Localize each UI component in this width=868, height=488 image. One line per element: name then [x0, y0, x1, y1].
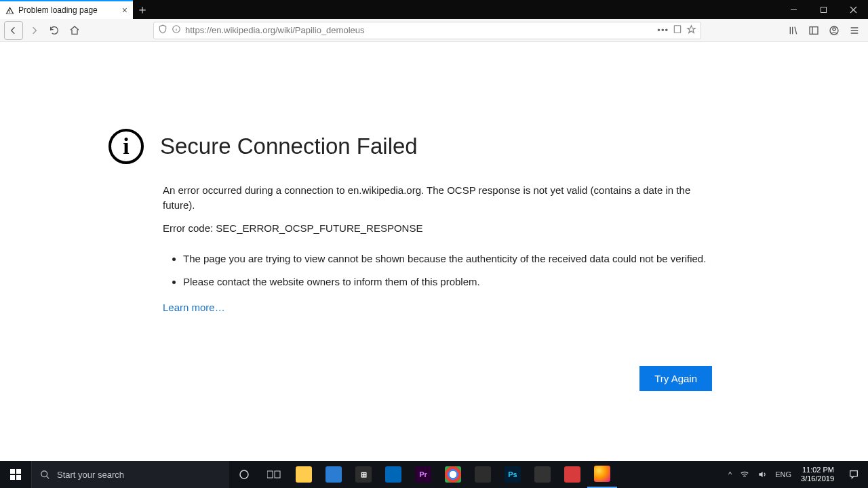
- tray-network-icon[interactable]: [736, 470, 753, 479]
- taskbar-app-mail[interactable]: [378, 461, 408, 488]
- url-text: https://en.wikipedia.org/wiki/Papilio_de…: [185, 25, 653, 35]
- error-bullet: The page you are trying to view cannot b…: [183, 251, 712, 266]
- svg-rect-9: [16, 475, 21, 480]
- svg-point-10: [41, 470, 47, 476]
- home-button[interactable]: [65, 21, 84, 40]
- svg-rect-6: [10, 469, 15, 474]
- svg-rect-3: [810, 26, 818, 34]
- warning-icon: [5, 6, 14, 15]
- error-code: Error code: SEC_ERROR_OCSP_FUTURE_RESPON…: [163, 221, 712, 236]
- error-bullet: Please contact the website owners to inf…: [183, 274, 712, 289]
- window-minimize-button[interactable]: [778, 0, 808, 19]
- taskbar-app-moviemaker[interactable]: [528, 461, 557, 488]
- taskbar-app-chrome[interactable]: [438, 461, 468, 488]
- url-bar[interactable]: https://en.wikipedia.org/wiki/Papilio_de…: [153, 22, 701, 39]
- windows-taskbar: Start your search ⊞ Pr Ps ^ ENG 11:02 PM…: [0, 461, 868, 488]
- taskbar-app-photoshop[interactable]: Ps: [498, 461, 528, 488]
- search-icon: [40, 470, 50, 480]
- svg-rect-2: [674, 26, 680, 33]
- taskbar-app-calendar[interactable]: [557, 461, 587, 488]
- error-description: An error occurred during a connection to…: [163, 183, 712, 213]
- tray-time: 11:02 PM: [801, 466, 834, 474]
- tray-date: 3/16/2019: [801, 474, 834, 483]
- task-view-icon[interactable]: [259, 461, 289, 488]
- action-center-icon[interactable]: [840, 469, 868, 480]
- tray-volume-icon[interactable]: [753, 470, 771, 479]
- taskbar-search[interactable]: Start your search: [31, 461, 229, 488]
- svg-point-11: [240, 470, 248, 479]
- tab-title: Problem loading page: [18, 5, 98, 15]
- window-maximize-button[interactable]: [808, 0, 838, 19]
- tray-clock[interactable]: 11:02 PM 3/16/2019: [795, 466, 840, 483]
- info-icon: i: [108, 129, 144, 164]
- svg-rect-0: [821, 7, 826, 12]
- taskbar-app-edge[interactable]: [319, 461, 349, 488]
- svg-rect-13: [275, 471, 280, 478]
- learn-more-link[interactable]: Learn more…: [163, 302, 225, 313]
- try-again-button[interactable]: Try Again: [639, 366, 712, 391]
- start-button[interactable]: [0, 461, 31, 488]
- tracking-shield-icon[interactable]: [158, 24, 167, 36]
- reload-button[interactable]: [45, 21, 64, 40]
- site-info-icon[interactable]: [172, 24, 181, 36]
- library-icon[interactable]: [784, 21, 803, 40]
- window-close-button[interactable]: [838, 0, 868, 19]
- taskbar-app-explorer[interactable]: [289, 461, 319, 488]
- taskbar-app-vlc[interactable]: [468, 461, 498, 488]
- svg-point-5: [833, 28, 835, 30]
- cortana-icon[interactable]: [229, 461, 259, 488]
- page-actions-icon[interactable]: •••: [657, 25, 669, 35]
- taskbar-app-store[interactable]: ⊞: [349, 461, 378, 488]
- forward-button[interactable]: [24, 21, 43, 40]
- reader-view-icon[interactable]: [673, 24, 682, 36]
- svg-rect-7: [16, 469, 21, 474]
- bookmark-star-icon[interactable]: [686, 24, 696, 37]
- tray-language[interactable]: ENG: [771, 470, 795, 479]
- new-tab-button[interactable]: ＋: [133, 0, 152, 19]
- account-icon[interactable]: [825, 21, 844, 40]
- svg-rect-8: [10, 475, 15, 480]
- sidebar-icon[interactable]: [804, 21, 823, 40]
- tab-close-button[interactable]: ×: [122, 5, 127, 16]
- taskbar-app-firefox[interactable]: [587, 461, 617, 488]
- taskbar-app-premiere[interactable]: Pr: [408, 461, 438, 488]
- page-content: i Secure Connection Failed An error occu…: [0, 42, 868, 461]
- tray-overflow-icon[interactable]: ^: [724, 470, 736, 479]
- error-title: Secure Connection Failed: [160, 134, 418, 159]
- nav-toolbar: https://en.wikipedia.org/wiki/Papilio_de…: [0, 19, 868, 42]
- tab-strip: Problem loading page × ＋: [0, 0, 868, 19]
- search-placeholder: Start your search: [57, 470, 124, 480]
- svg-rect-12: [267, 471, 273, 478]
- app-menu-button[interactable]: [845, 21, 864, 40]
- browser-tab[interactable]: Problem loading page ×: [0, 0, 133, 19]
- back-button[interactable]: [4, 21, 23, 40]
